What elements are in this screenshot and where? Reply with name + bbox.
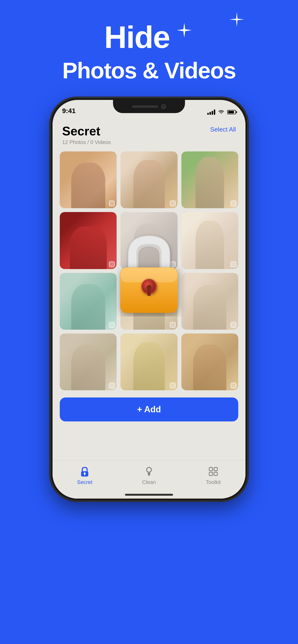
tab-toolkit[interactable]: Toolkit (181, 465, 245, 486)
photo-checkbox-1[interactable] (109, 200, 115, 206)
sparkle-right-icon (175, 22, 194, 41)
phone-screen: 9:41 (53, 100, 245, 498)
notch (113, 100, 185, 113)
photo-checkbox-9[interactable] (231, 322, 236, 328)
status-icons (207, 110, 236, 115)
add-button-label: + Add (137, 404, 161, 414)
toolkit-tab-icon (207, 465, 220, 478)
photo-cell-12[interactable] (181, 334, 238, 390)
header-subtitle: Photos & Videos (0, 58, 298, 84)
photo-cell-2[interactable] (120, 152, 177, 208)
header-section: Hide Photos & Videos (0, 0, 298, 84)
secret-tab-icon (78, 465, 91, 478)
clean-icon (143, 466, 155, 477)
photo-grid-container (53, 149, 245, 393)
svg-rect-11 (209, 468, 213, 471)
tab-toolkit-label: Toolkit (206, 479, 221, 486)
app-header: Secret 12 Photos / 0 Videos Select All (53, 117, 245, 149)
photo-cell-7[interactable] (60, 273, 117, 330)
photo-checkbox-7[interactable] (109, 322, 115, 328)
clean-tab-icon (143, 465, 155, 478)
speaker (132, 106, 158, 108)
signal-icon (207, 110, 215, 115)
photo-cell-5[interactable] (120, 212, 177, 269)
photo-cell-8[interactable] (120, 273, 177, 330)
hide-title: Hide (104, 19, 170, 55)
app-title: Secret (62, 124, 111, 138)
wifi-icon (218, 110, 225, 115)
photo-checkbox-10[interactable] (109, 382, 115, 388)
svg-rect-14 (214, 472, 217, 476)
photo-checkbox-5[interactable] (170, 262, 176, 267)
svg-rect-13 (209, 472, 213, 476)
sparkle-top-icon (228, 12, 245, 29)
svg-point-10 (146, 468, 152, 472)
lock-tab-icon (79, 466, 90, 477)
tab-secret-label: Secret (77, 479, 92, 486)
photo-grid (53, 149, 245, 393)
header-title-row: Hide (0, 19, 298, 55)
app-title-group: Secret 12 Photos / 0 Videos (62, 124, 111, 146)
photo-cell-4[interactable] (60, 212, 117, 269)
add-button[interactable]: + Add (60, 398, 238, 422)
photo-cell-9[interactable] (181, 273, 238, 330)
svg-rect-12 (214, 468, 217, 471)
photo-checkbox-12[interactable] (231, 382, 236, 388)
tab-bar: Secret Clean (53, 460, 245, 498)
photo-checkbox-4[interactable] (109, 262, 115, 267)
front-camera (161, 104, 166, 109)
svg-rect-9 (84, 474, 85, 475)
photo-checkbox-2[interactable] (170, 200, 176, 206)
photo-checkbox-3[interactable] (231, 200, 236, 206)
battery-icon (227, 110, 236, 114)
photo-cell-3[interactable] (181, 152, 238, 208)
battery-fill (228, 111, 234, 113)
photo-cell-10[interactable] (60, 334, 117, 390)
photo-cell-1[interactable] (60, 152, 117, 208)
photo-checkbox-8[interactable] (170, 322, 176, 328)
home-indicator (125, 494, 173, 496)
phone-body: 9:41 (51, 98, 247, 500)
toolkit-icon (208, 466, 219, 477)
photo-cell-6[interactable] (181, 212, 238, 269)
photo-count: 12 Photos / 0 Videos (62, 139, 111, 146)
tab-secret[interactable]: Secret (53, 465, 117, 486)
tab-clean-label: Clean (142, 479, 156, 486)
status-time: 9:41 (62, 107, 76, 115)
photo-cell-11[interactable] (120, 334, 177, 390)
select-all-button[interactable]: Select All (210, 124, 236, 133)
tab-clean[interactable]: Clean (117, 465, 181, 486)
app-content: Secret 12 Photos / 0 Videos Select All (53, 117, 245, 498)
photo-checkbox-11[interactable] (170, 382, 176, 388)
photo-checkbox-6[interactable] (231, 262, 236, 267)
